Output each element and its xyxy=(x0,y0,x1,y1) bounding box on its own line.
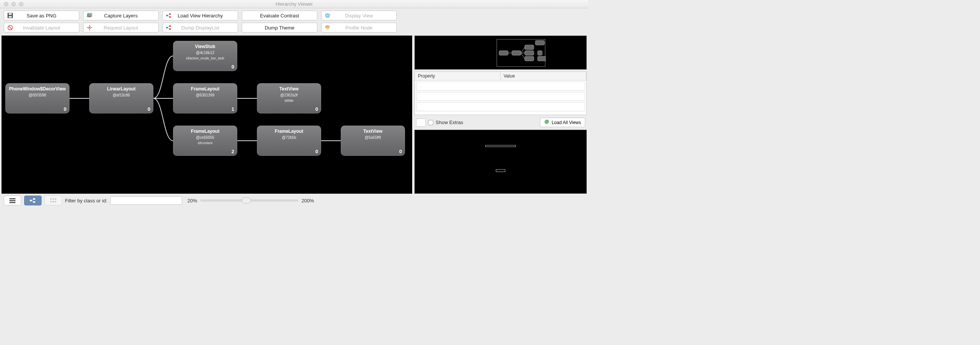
node-child-count: 0 xyxy=(315,106,318,112)
svg-rect-51 xyxy=(50,198,52,200)
tree-node[interactable]: FrameLayout@72b5b0 xyxy=(257,126,321,156)
view-mode-grid-button[interactable] xyxy=(45,196,62,205)
globe-icon xyxy=(325,13,331,19)
tree-node[interactable]: FrameLayout@63013991 xyxy=(173,83,237,113)
dump-theme-button[interactable]: Dump Theme xyxy=(242,23,317,32)
capture-layers-button-label: Capture Layers xyxy=(83,13,158,19)
dump-displaylist-button: Dump DisplayList xyxy=(162,23,238,32)
svg-rect-54 xyxy=(50,201,52,202)
show-extras-checkbox[interactable] xyxy=(428,120,433,125)
tree-node[interactable]: TextView@5a55ff80 xyxy=(341,126,405,156)
svg-rect-45 xyxy=(10,202,16,203)
value-column-header[interactable]: Value xyxy=(501,72,586,80)
overview-minimap[interactable] xyxy=(414,35,587,70)
node-resource-id: id/content xyxy=(197,141,212,145)
node-resource-id: id/action_mode_bar_stub xyxy=(186,56,224,60)
node-child-count: 0 xyxy=(232,64,234,70)
svg-rect-6 xyxy=(169,13,171,15)
svg-rect-43 xyxy=(10,198,16,200)
property-row[interactable] xyxy=(416,92,585,101)
svg-line-8 xyxy=(168,14,169,16)
property-row[interactable] xyxy=(416,102,585,111)
node-class-name: ViewStub xyxy=(195,44,215,49)
titlebar: Hierarchy Viewer xyxy=(0,0,588,8)
svg-point-25 xyxy=(326,27,329,30)
load-view-hierarchy-button[interactable]: Load View Hierarchy xyxy=(162,11,238,21)
tree-node[interactable]: LinearLayout@af10c860 xyxy=(89,83,153,113)
no-icon xyxy=(245,13,251,19)
layout-preview[interactable] xyxy=(414,130,587,194)
node-hash: @5a55ff8 xyxy=(364,136,381,140)
evaluate-contrast-button-label: Evaluate Contrast xyxy=(242,13,317,19)
display-view-button-label: Display View xyxy=(321,13,396,19)
svg-rect-47 xyxy=(33,198,35,200)
dump-displaylist-button-label: Dump DisplayList xyxy=(163,25,238,30)
node-hash: @85f3598 xyxy=(29,93,46,97)
node-hash: @af10c86 xyxy=(113,93,130,97)
property-column-header[interactable]: Property xyxy=(415,72,501,80)
svg-line-39 xyxy=(521,53,525,59)
view-mode-tree-button[interactable] xyxy=(24,196,41,205)
evaluate-contrast-button[interactable]: Evaluate Contrast xyxy=(242,11,317,21)
node-hash: @2302a3f xyxy=(280,93,298,97)
node-hash: @6301399 xyxy=(196,93,214,97)
svg-rect-7 xyxy=(169,16,171,18)
svg-line-21 xyxy=(168,26,169,28)
node-hash: @72b5b xyxy=(282,136,296,140)
bottom-bar: Filter by class or id: 20% 200% xyxy=(0,194,588,207)
dump-theme-button-label: Dump Theme xyxy=(242,25,317,30)
zoom-min-label: 20% xyxy=(188,198,197,203)
svg-rect-2 xyxy=(9,16,12,18)
tree-node[interactable]: FrameLayout@ce55055id/content2 xyxy=(173,126,237,156)
tree-view-canvas[interactable]: PhoneWindow$DecorView@85f35980LinearLayo… xyxy=(2,35,412,194)
svg-rect-5 xyxy=(166,15,168,16)
tree-node[interactable]: ViewStub@4c16b12id/action_mode_bar_stub0 xyxy=(173,41,237,71)
view-mode-list-button[interactable] xyxy=(4,196,21,205)
svg-line-50 xyxy=(32,201,33,202)
svg-rect-55 xyxy=(52,201,54,202)
property-row[interactable] xyxy=(416,82,585,91)
svg-rect-53 xyxy=(55,198,56,200)
svg-rect-30 xyxy=(525,51,534,55)
block-icon xyxy=(7,25,13,30)
profile-node-button: Profile Node xyxy=(321,23,397,32)
node-class-name: LinearLayout xyxy=(107,86,135,91)
svg-rect-33 xyxy=(538,51,542,55)
svg-line-38 xyxy=(521,47,525,53)
tree-icon xyxy=(166,25,172,30)
tree-node[interactable]: PhoneWindow$DecorView@85f35980 xyxy=(5,83,70,113)
load-all-views-button[interactable]: Load All Views xyxy=(540,118,585,127)
capture-layers-button[interactable]: Capture Layers xyxy=(83,11,159,21)
floppy-icon xyxy=(7,13,13,19)
colors-icon xyxy=(325,25,331,30)
load-all-views-label: Load All Views xyxy=(552,120,581,125)
invalidate-layout-button-label: Invalidate Layout xyxy=(4,25,79,30)
node-child-count: 0 xyxy=(64,106,67,112)
window-title: Hierarchy Viewer xyxy=(0,1,588,7)
svg-line-22 xyxy=(168,28,169,29)
node-child-count: 0 xyxy=(148,106,150,112)
filter-input[interactable] xyxy=(110,196,182,204)
svg-rect-32 xyxy=(535,40,544,45)
svg-rect-13 xyxy=(88,27,91,29)
layers-icon xyxy=(86,13,92,19)
background-color-swatch[interactable] xyxy=(416,118,426,127)
save-as-png-button[interactable]: Save as PNG xyxy=(4,11,80,21)
svg-rect-56 xyxy=(55,201,56,202)
svg-line-49 xyxy=(32,199,33,201)
svg-rect-28 xyxy=(512,51,521,55)
show-extras-label: Show Extras xyxy=(436,120,463,125)
node-class-name: PhoneWindow$DecorView xyxy=(9,86,66,91)
svg-rect-31 xyxy=(525,56,534,61)
toolbar: Save as PNGCapture LayersLoad View Hiera… xyxy=(0,8,588,35)
globe-reload-icon xyxy=(544,119,549,126)
svg-rect-48 xyxy=(33,201,35,203)
zoom-slider-thumb[interactable] xyxy=(242,198,251,203)
node-hash: @4c16b12 xyxy=(196,51,215,55)
filter-label: Filter by class or id: xyxy=(65,198,107,203)
tree-node[interactable]: TextView@2302a3fid/title0 xyxy=(257,83,321,113)
tree-icon xyxy=(166,13,172,19)
node-child-count: 1 xyxy=(232,106,234,112)
zoom-slider[interactable] xyxy=(200,200,299,201)
svg-line-12 xyxy=(9,26,12,29)
